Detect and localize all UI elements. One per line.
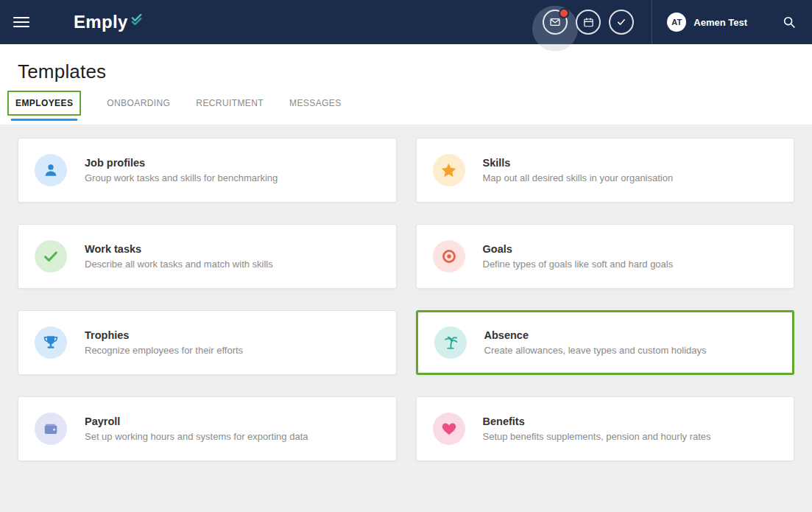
card-title: Payroll: [85, 415, 308, 427]
template-card-goals[interactable]: Goals Define types of goals like soft an…: [416, 224, 795, 289]
mail-icon: [549, 16, 561, 28]
search-button[interactable]: [783, 15, 796, 29]
template-card-skills[interactable]: Skills Map out all desired skills in you…: [416, 138, 795, 203]
user-name: Aemen Test: [693, 17, 747, 28]
top-navbar: Emply: [0, 0, 812, 44]
card-description: Create allowances, leave types and custo…: [484, 345, 707, 356]
tab-onboarding[interactable]: ONBOARDING: [107, 98, 170, 108]
card-title: Absence: [484, 329, 707, 341]
check-icon: [35, 240, 67, 273]
card-title: Work tasks: [85, 243, 273, 255]
calendar-icon: [583, 17, 594, 28]
person-icon: [35, 154, 67, 186]
calendar-button[interactable]: [576, 10, 601, 35]
card-title: Job profiles: [85, 157, 278, 169]
card-description: Define types of goals like soft and hard…: [483, 259, 674, 270]
card-title: Goals: [483, 243, 674, 255]
template-card-work-tasks[interactable]: Work tasks Describe all work tasks and m…: [18, 224, 397, 289]
template-card-benefits[interactable]: Benefits Setup benefits supplements, pen…: [416, 396, 795, 461]
logo-mark-icon: [130, 14, 144, 28]
notification-badge: [559, 8, 569, 18]
card-title: Skills: [483, 157, 674, 169]
trophy-icon: [35, 326, 67, 359]
check-icon: [616, 17, 626, 27]
star-icon: [433, 154, 465, 186]
template-card-job-profiles[interactable]: Job profiles Group work tasks and skills…: [18, 138, 397, 203]
palm-tree-icon: [434, 326, 467, 359]
templates-grid: Job profiles Group work tasks and skills…: [0, 125, 812, 512]
template-card-payroll[interactable]: Payroll Set up working hours and systems…: [18, 396, 397, 461]
card-title: Trophies: [85, 329, 243, 341]
wallet-icon: [35, 413, 67, 445]
card-description: Map out all desired skills in your organ…: [483, 172, 674, 183]
page-header: Templates: [0, 44, 812, 83]
card-description: Setup benefits supplements, pension and …: [483, 431, 711, 442]
page-title: Templates: [18, 60, 794, 83]
heart-icon: [433, 413, 465, 445]
card-title: Benefits: [483, 415, 711, 427]
card-description: Group work tasks and skills for benchmar…: [85, 172, 278, 183]
tasks-button[interactable]: [609, 10, 634, 35]
card-description: Recognize employees for their efforts: [85, 345, 243, 356]
template-card-absence[interactable]: Absence Create allowances, leave types a…: [416, 310, 795, 375]
template-card-trophies[interactable]: Trophies Recognize employees for their e…: [18, 310, 397, 375]
target-icon: [433, 240, 465, 273]
user-menu[interactable]: AT Aemen Test: [667, 13, 747, 32]
hamburger-menu-icon[interactable]: [13, 14, 29, 30]
tab-messages[interactable]: MESSAGES: [289, 98, 342, 108]
mail-button[interactable]: [543, 10, 568, 35]
card-description: Set up working hours and systems for exp…: [85, 431, 308, 442]
tab-employees[interactable]: EMPLOYEES: [7, 91, 81, 116]
tabs-bar: EMPLOYEES ONBOARDING RECRUITMENT MESSAGE…: [0, 83, 812, 125]
brand-logo[interactable]: Emply: [74, 13, 144, 31]
navbar-actions: [543, 10, 634, 35]
avatar: AT: [667, 13, 686, 32]
brand-name: Emply: [74, 13, 128, 31]
search-icon: [783, 15, 796, 29]
mail-button-wrap: [543, 10, 568, 35]
navbar-divider: [652, 0, 652, 44]
tab-recruitment[interactable]: RECRUITMENT: [196, 98, 264, 108]
card-description: Describe all work tasks and match with s…: [85, 259, 273, 270]
